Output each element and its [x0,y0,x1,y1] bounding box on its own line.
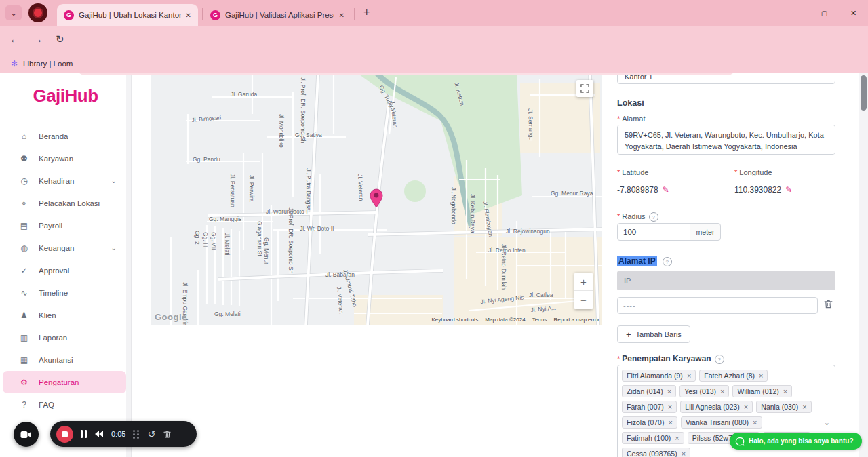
remove-tag-icon[interactable]: × [720,388,724,395]
employee-tag[interactable]: Farah (007)× [622,401,677,413]
sidebar-item-keuangan[interactable]: ◍ Keuangan ⌄ [0,237,129,259]
rewind-button[interactable] [94,430,104,438]
report-error-link[interactable]: Report a map error [553,317,599,323]
employee-tag[interactable]: Vianka Trisani (080)× [681,416,762,429]
remove-tag-icon[interactable]: × [667,388,671,395]
remove-tag-icon[interactable]: × [682,450,686,457]
employee-tag[interactable]: Zidan (014)× [622,385,676,397]
zoom-out-button[interactable]: − [574,291,593,309]
penempatan-help-icon[interactable]: ? [715,355,724,364]
add-row-button[interactable]: + Tambah Baris [617,325,690,343]
restart-recording-button[interactable]: ↺ [147,429,155,439]
employee-tag[interactable]: Lili Agnesia (023)× [680,401,753,413]
longitude-value-row: 110.3930822✎ [734,185,792,195]
location-form: Lokasi *Alamat 59RV+C65, Jl. Veteran, Wa… [617,73,835,457]
edit-latitude-icon[interactable]: ✎ [663,185,669,195]
sidebar-item-label: Klien [39,311,56,319]
radius-help-icon[interactable]: ? [649,212,658,222]
employee-tag[interactable]: Fitri Alamanda (9)× [622,370,696,382]
delete-ip-row-button[interactable] [823,299,833,311]
radius-label: *Radius? [617,212,658,222]
sidebar-item-faq[interactable]: ? FAQ [0,393,129,416]
minimize-button[interactable]: — [781,0,810,26]
required-marker: * [617,212,620,220]
radius-unit-addon: meter [690,223,721,241]
remove-tag-icon[interactable]: × [668,403,672,411]
map-canvas[interactable] [151,75,602,325]
delete-recording-button[interactable] [163,430,172,439]
bookmark-library-loom[interactable]: Library | Loom [23,60,73,68]
sidebar-item-label: Pelacakan Lokasi [39,199,100,207]
reload-button[interactable]: ↻ [56,33,64,45]
close-tab-icon[interactable]: ✕ [186,12,191,19]
close-tab-icon[interactable]: ✕ [339,12,344,19]
page-scrollbar[interactable] [859,73,868,457]
sidebar-item-pengaturan[interactable]: ⚙ Pengaturan [3,371,126,393]
tab-validasi-aplikasi[interactable]: G GajiHub | Validasi Aplikasi Prese ✕ [203,4,351,26]
sidebar-item-approval[interactable]: ✓ Approval [0,259,129,281]
alamat-ip-help-icon[interactable]: ? [663,257,672,266]
employee-tag[interactable]: Fizola (070)× [622,416,677,429]
forward-button[interactable]: → [33,33,43,45]
remove-tag-icon[interactable]: × [802,403,806,411]
sidebar-item-klien[interactable]: ♟ Klien [0,304,129,326]
sidebar-scrollbar[interactable] [126,73,131,457]
fullscreen-button[interactable] [576,80,593,97]
sidebar-item-timeline[interactable]: ∿ Timeline [0,281,129,304]
sidebar-item-akuntansi[interactable]: ▦ Akuntansi [0,349,129,371]
required-marker: * [734,168,737,176]
employee-tag[interactable]: Fatimah (100)× [622,432,684,444]
radius-input[interactable] [617,223,690,241]
maximize-button[interactable]: ▢ [810,0,839,26]
tab-ubah-lokasi-kantor[interactable]: G GajiHub | Ubah Lokasi Kantor ✕ [57,4,198,26]
back-button[interactable]: ← [9,33,20,45]
keyboard-shortcuts-link[interactable]: Keyboard shortcuts [431,317,478,323]
employee-tag[interactable]: William (012)× [732,385,792,397]
terms-link[interactable]: Terms [532,317,547,323]
pause-recording-button[interactable] [81,430,87,438]
map[interactable]: Jl. GarudaJl. BimosariGg. SativaGg. Pand… [151,75,602,325]
loom-chip-button[interactable]: ⌄ [5,5,22,20]
payroll-icon: ▤ [19,221,29,231]
ip-input[interactable] [617,297,818,314]
employee-tag[interactable]: Fateh Azhari (8)× [699,370,768,382]
sidebar-item-laporan[interactable]: ▥ Laporan [0,326,129,349]
chat-widget-button[interactable]: Halo, ada yang bisa saya bantu? [730,433,862,450]
longitude-value: 110.3930822 [734,185,781,195]
edit-longitude-icon[interactable]: ✎ [785,185,792,195]
employee-tag[interactable]: Nania (030)× [756,401,811,413]
sidebar-item-label: Laporan [39,334,67,342]
loom-camera-bubble[interactable] [14,422,39,447]
employee-tag[interactable]: Cessa (098765)× [622,448,690,457]
new-tab-button[interactable]: + [363,6,370,18]
chat-icon [735,437,745,446]
drag-handle-icon[interactable] [133,430,140,439]
scrollbar-thumb[interactable] [861,75,867,111]
remove-tag-icon[interactable]: × [668,419,672,426]
sidebar-item-kehadiran[interactable]: ◷ Kehadiran ⌄ [0,170,129,192]
remove-tag-icon[interactable]: × [759,372,763,380]
sidebar-item-beranda[interactable]: ⌂ Beranda [0,125,129,147]
remove-tag-icon[interactable]: × [753,419,757,426]
zoom-control: + − [574,273,593,309]
fullscreen-icon [580,84,589,93]
alamat-textarea[interactable]: 59RV+C65, Jl. Veteran, Warungboto, Kec. … [617,125,835,155]
sidebar-item-karyawan[interactable]: ⚉ Karyawan [0,147,129,170]
remove-tag-icon[interactable]: × [783,388,787,395]
plus-icon: + [626,330,631,340]
remove-tag-icon[interactable]: × [675,435,679,442]
required-marker: * [617,115,620,123]
stop-recording-button[interactable] [56,426,73,443]
employee-tag-label: Fitri Alamanda (9) [627,372,683,380]
close-window-button[interactable]: ✕ [839,0,868,26]
loom-recording-indicator[interactable] [28,3,47,22]
sidebar-item-payroll[interactable]: ▤ Payroll [0,214,129,237]
employee-tag[interactable]: Yesi (013)× [679,385,729,397]
latitude-label: *Latitude [617,168,648,176]
remove-tag-icon[interactable]: × [687,372,691,380]
window-controls: — ▢ ✕ [781,0,868,26]
sidebar-item-pelacakan-lokasi[interactable]: ⌖ Pelacakan Lokasi [0,192,129,214]
zoom-in-button[interactable]: + [574,273,593,291]
chevron-down-icon[interactable]: ⌄ [824,418,830,427]
remove-tag-icon[interactable]: × [744,403,748,411]
